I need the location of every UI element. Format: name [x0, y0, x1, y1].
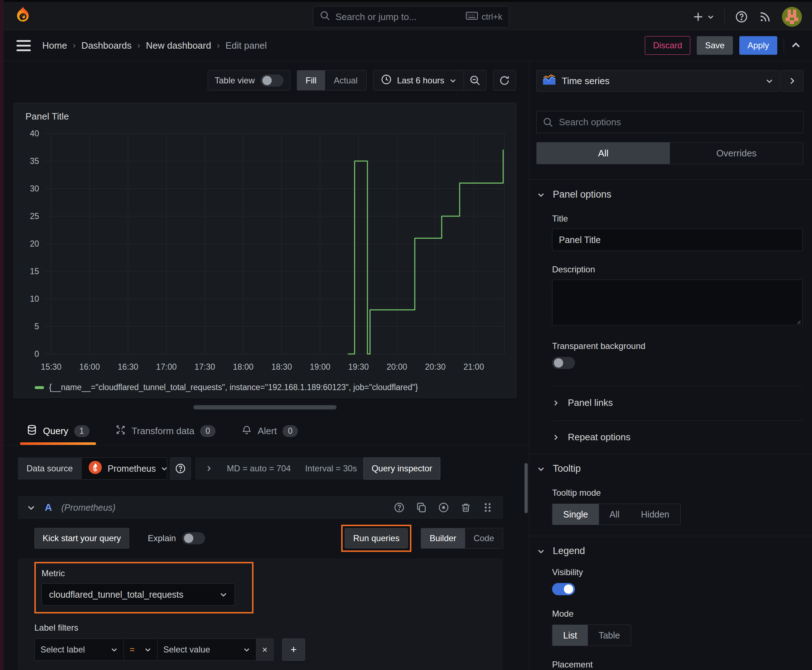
- global-search-input[interactable]: Search or jump to... ctrl+k: [313, 6, 509, 27]
- shortcut-hint: ctrl+k: [466, 11, 502, 22]
- options-scroll-area: Panel options Title Description: [529, 179, 812, 670]
- collapse-up-icon[interactable]: [790, 40, 801, 51]
- repeat-options-row[interactable]: Repeat options: [552, 421, 803, 443]
- explain-label: Explain: [148, 533, 176, 543]
- breadcrumb-new-dashboard[interactable]: New dashboard: [146, 40, 211, 51]
- panel-links-row[interactable]: Panel links: [552, 386, 803, 408]
- bell-icon: [241, 425, 252, 438]
- grafana-logo-icon[interactable]: [13, 5, 33, 26]
- tab-alert[interactable]: Alert 0: [240, 420, 299, 445]
- news-rss-icon[interactable]: [758, 10, 772, 24]
- legend-mode-list[interactable]: List: [553, 625, 588, 646]
- tab-all[interactable]: All: [537, 142, 670, 164]
- breadcrumb-home[interactable]: Home: [42, 40, 67, 51]
- hide-response-eye-icon[interactable]: [438, 502, 449, 513]
- tooltip-mode-single[interactable]: Single: [553, 504, 599, 524]
- zoom-out-time-icon[interactable]: [464, 71, 486, 90]
- tooltip-mode-label: Tooltip mode: [552, 488, 803, 498]
- discard-button[interactable]: Discard: [645, 36, 690, 55]
- scrollbar-thumb[interactable]: [524, 463, 528, 513]
- apply-button[interactable]: Apply: [739, 36, 777, 55]
- breadcrumb-dashboards[interactable]: Dashboards: [81, 40, 131, 51]
- datasource-picker[interactable]: Prometheus: [81, 457, 167, 480]
- datasource-label: Data source: [18, 457, 81, 480]
- remove-filter-icon[interactable]: ×: [256, 638, 273, 661]
- query-row-actions: [393, 502, 493, 513]
- resize-handle-icon[interactable]: [795, 318, 801, 325]
- tab-transform-data[interactable]: Transform data 0: [114, 420, 217, 445]
- datasource-help-icon[interactable]: [170, 457, 191, 480]
- editor-tabs: Query 1 Transform data 0 Alert 0: [0, 420, 529, 445]
- delete-query-trash-icon[interactable]: [460, 502, 471, 513]
- actual-option[interactable]: Actual: [325, 71, 366, 90]
- query-ref-id: A: [45, 502, 52, 513]
- clock-icon: [381, 74, 392, 87]
- chevron-down-icon[interactable]: [27, 503, 36, 512]
- panel-options-section: Panel options Title Description: [529, 179, 812, 453]
- fill-option[interactable]: Fill: [297, 71, 325, 90]
- code-option[interactable]: Code: [465, 528, 503, 548]
- metric-highlight: Metric cloudflared_tunnel_total_requests: [34, 562, 253, 613]
- datasource-row: Data source Prometheus MD = auto = 704 I…: [18, 457, 529, 480]
- timeseries-viz-icon: [542, 74, 556, 87]
- query-row-header[interactable]: A (Prometheus): [18, 496, 503, 519]
- tooltip-mode-group: Single All Hidden: [552, 504, 681, 525]
- tab-overrides[interactable]: Overrides: [670, 142, 803, 164]
- visualization-picker[interactable]: Time series: [536, 70, 780, 91]
- builder-code-group: Builder Code: [421, 528, 503, 549]
- chart-legend[interactable]: {__name__="cloudflared_tunnel_total_requ…: [35, 382, 507, 392]
- select-label-dropdown[interactable]: Select label: [34, 638, 124, 661]
- metric-select[interactable]: cloudflared_tunnel_total_requests: [42, 584, 235, 606]
- svg-text:16:00: 16:00: [79, 362, 100, 372]
- refresh-icon[interactable]: [493, 71, 515, 90]
- tooltip-mode-all[interactable]: All: [599, 504, 631, 524]
- svg-text:40: 40: [30, 129, 39, 138]
- search-icon: [320, 10, 331, 23]
- drag-handle-icon[interactable]: [482, 502, 493, 513]
- toggle-viz-picker-icon[interactable]: [780, 70, 804, 91]
- explain-toggle[interactable]: [182, 532, 205, 544]
- edit-panel-left: Table view Fill Actual Last 6 hours: [0, 61, 529, 670]
- panel-resize-handle[interactable]: [193, 405, 337, 409]
- legend-visibility-toggle[interactable]: [552, 583, 575, 595]
- top-actions: [692, 7, 802, 27]
- chevron-right-icon: [552, 434, 559, 441]
- panel-options-header[interactable]: Panel options: [537, 189, 803, 200]
- description-textarea[interactable]: [552, 279, 803, 325]
- svg-text:16:30: 16:30: [118, 362, 139, 372]
- duplicate-query-icon[interactable]: [416, 502, 427, 513]
- user-avatar[interactable]: [782, 7, 802, 27]
- description-label: Description: [552, 264, 803, 274]
- run-queries-button[interactable]: Run queries: [345, 528, 407, 548]
- all-overrides-tabs: All Overrides: [536, 142, 804, 164]
- search-icon: [543, 117, 554, 128]
- transparent-bg-toggle[interactable]: [552, 357, 575, 369]
- tooltip-header[interactable]: Tooltip: [537, 463, 803, 474]
- operator-dropdown[interactable]: =: [124, 638, 158, 661]
- time-series-chart: 051015202530354015:3016:0016:3017:0017:3…: [22, 127, 509, 380]
- save-button[interactable]: Save: [697, 36, 733, 55]
- legend-header[interactable]: Legend: [537, 545, 803, 557]
- tab-query[interactable]: Query 1: [25, 420, 91, 445]
- select-value-dropdown[interactable]: Select value: [158, 638, 256, 661]
- menu-toggle-icon[interactable]: [17, 40, 31, 51]
- query-inspector-button[interactable]: Query inspector: [363, 457, 441, 480]
- new-add-button[interactable]: [692, 11, 714, 23]
- transform-icon: [115, 425, 126, 438]
- table-view-toggle[interactable]: [261, 74, 283, 86]
- query-help-icon[interactable]: [393, 502, 405, 513]
- legend-mode-table[interactable]: Table: [588, 625, 631, 646]
- query-options-row: Kick start your query Explain Run querie…: [18, 524, 503, 552]
- kick-start-button[interactable]: Kick start your query: [34, 528, 129, 549]
- time-range-picker[interactable]: Last 6 hours: [373, 71, 464, 90]
- builder-option[interactable]: Builder: [421, 528, 465, 548]
- options-search-input[interactable]: [536, 111, 804, 133]
- chevron-right-icon[interactable]: [205, 465, 212, 472]
- options-search: [536, 111, 804, 133]
- metric-label: Metric: [42, 568, 252, 579]
- prometheus-icon: [88, 460, 102, 477]
- panel-title-input[interactable]: [552, 229, 803, 251]
- help-icon[interactable]: [735, 10, 748, 24]
- tooltip-mode-hidden[interactable]: Hidden: [630, 504, 680, 524]
- add-filter-icon[interactable]: +: [282, 638, 305, 661]
